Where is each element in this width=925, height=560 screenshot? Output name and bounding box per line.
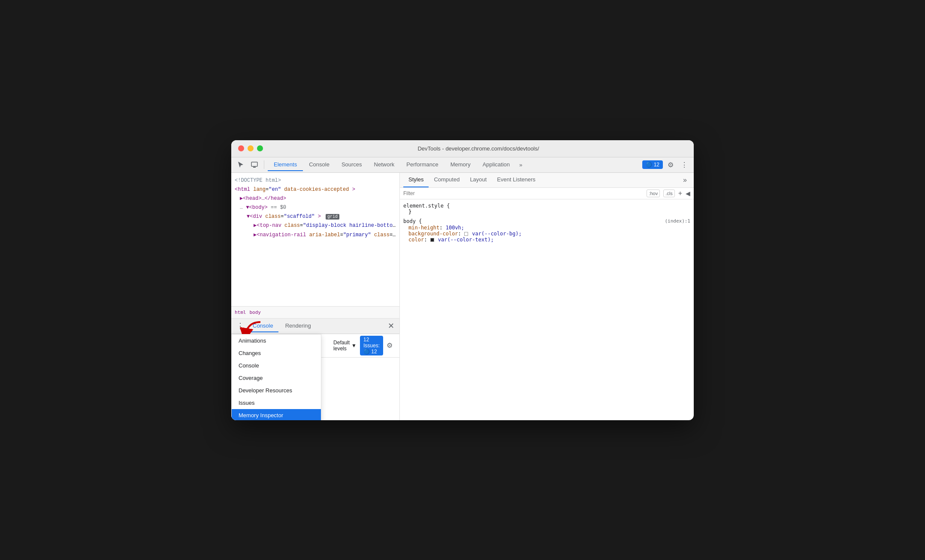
toolbar-right: 🔵 12 ⚙ ⋮ (642, 159, 690, 171)
bg-color-swatch[interactable] (464, 232, 468, 236)
issues-badge[interactable]: 🔵 12 (642, 160, 663, 169)
issues-count: 12 (654, 162, 659, 168)
styles-filter-bar: :hov .cls + ◀ (400, 188, 694, 199)
tab-console[interactable]: Console (303, 159, 336, 171)
body-selector[interactable]: body { (403, 218, 422, 225)
drawer-content-area: Animations Changes Console Coverage Deve… (231, 334, 399, 420)
html-line[interactable]: <html lang="en" data-cookies-accepted > (233, 185, 398, 194)
add-style-rule-button[interactable]: + (678, 190, 682, 197)
device-toggle-icon[interactable] (248, 159, 260, 171)
drawer-menu-button[interactable]: ⋮ (235, 321, 246, 331)
tab-elements[interactable]: Elements (268, 159, 303, 171)
breadcrumb: html body (231, 306, 399, 318)
styles-filter-input[interactable] (403, 190, 643, 196)
close-button[interactable] (238, 145, 244, 151)
body-rule-source[interactable]: (index):1 (665, 218, 690, 224)
svg-rect-0 (251, 162, 257, 166)
styles-more-tabs[interactable]: » (680, 173, 690, 187)
body-rule-header: body { (index):1 (403, 218, 690, 225)
tab-network[interactable]: Network (368, 159, 401, 171)
menu-item-animations[interactable]: Animations (232, 334, 321, 347)
minimize-button[interactable] (248, 145, 254, 151)
drawer-tab-rendering[interactable]: Rendering (280, 320, 316, 332)
top-nav-line[interactable]: ▶<top-nav class="display-block hairline-… (233, 221, 398, 230)
doctype-line[interactable]: <!DOCTYPE html> (233, 176, 398, 185)
tab-styles[interactable]: Styles (403, 173, 429, 187)
tab-application[interactable]: Application (477, 159, 516, 171)
drawer-panel: ⋮ Console Rendering ✕ Animations Changes… (231, 319, 399, 420)
styles-rules: element.style { } body { (index):1 (400, 199, 694, 420)
color-swatch[interactable] (430, 238, 434, 242)
scaffold-line[interactable]: ▼<div class="scaffold" > grid (233, 212, 398, 221)
issues-count-label: 12 Issues: 🔵 12 (363, 337, 380, 355)
nav-rail-line[interactable]: ▶<navigation-rail aria-label="primary" c… (233, 231, 398, 240)
devtools-panel: Elements Console Sources Network Perform… (231, 157, 694, 420)
main-tab-bar: Elements Console Sources Network Perform… (268, 159, 641, 171)
breadcrumb-html[interactable]: html (235, 310, 246, 315)
more-tabs-button[interactable]: » (516, 160, 526, 170)
body-style-rule: body { (index):1 min-height: 100vh; back… (403, 218, 690, 243)
settings-icon[interactable]: ⚙ (665, 159, 677, 171)
cursor-icon[interactable] (235, 159, 247, 171)
window-title: DevTools - developer.chrome.com/docs/dev… (270, 145, 687, 152)
tab-computed[interactable]: Computed (429, 173, 465, 187)
tab-sources[interactable]: Sources (336, 159, 368, 171)
more-options-icon[interactable]: ⋮ (678, 159, 690, 171)
traffic-lights (238, 145, 263, 151)
body-rule-properties: min-height: 100vh; background-color: var… (403, 225, 690, 243)
body-color[interactable]: color: var(--color-text); (408, 237, 690, 243)
tab-performance[interactable]: Performance (400, 159, 444, 171)
main-content: <!DOCTYPE html> <html lang="en" data-coo… (231, 173, 694, 420)
drawer-toolbar: ⋮ Console Rendering ✕ (231, 319, 399, 334)
maximize-button[interactable] (257, 145, 263, 151)
breadcrumb-body[interactable]: body (250, 310, 261, 315)
tab-event-listeners[interactable]: Event Listeners (492, 173, 541, 187)
head-line[interactable]: ▶<head>…</head> (233, 194, 398, 203)
body-line[interactable]: … ▼<body> == $0 (233, 203, 398, 212)
menu-item-coverage[interactable]: Coverage (232, 372, 321, 384)
menu-item-memory-inspector[interactable]: Memory Inspector (232, 409, 321, 420)
log-levels-dropdown[interactable]: Default levels ▼ (333, 340, 357, 352)
left-column: <!DOCTYPE html> <html lang="en" data-coo… (231, 173, 399, 420)
toggle-sidebar-button[interactable]: ◀ (686, 190, 690, 197)
main-toolbar: Elements Console Sources Network Perform… (231, 157, 694, 173)
devtools-window: DevTools - developer.chrome.com/docs/dev… (231, 140, 694, 420)
toolbar-divider (264, 160, 264, 169)
hov-button[interactable]: :hov (647, 190, 660, 197)
drawer-dropdown-menu[interactable]: Animations Changes Console Coverage Deve… (231, 334, 321, 420)
svg-rect-1 (253, 167, 256, 168)
styles-panel: Styles Computed Layout Event Listeners »… (399, 173, 694, 420)
styles-tab-bar: Styles Computed Layout Event Listeners » (400, 173, 694, 188)
menu-item-developer-resources[interactable]: Developer Resources (232, 384, 321, 397)
drawer-close-button[interactable]: ✕ (386, 321, 396, 331)
menu-item-changes[interactable]: Changes (232, 347, 321, 359)
issues-icon: 🔵 (646, 162, 652, 168)
issues-count-badge[interactable]: 12 Issues: 🔵 12 (360, 336, 383, 355)
tab-memory[interactable]: Memory (444, 159, 477, 171)
menu-item-issues[interactable]: Issues (232, 397, 321, 409)
elements-panel: <!DOCTYPE html> <html lang="en" data-coo… (231, 173, 399, 319)
body-background-color[interactable]: background-color: var(--color-bg); (408, 231, 690, 237)
menu-item-console[interactable]: Console (232, 359, 321, 372)
drawer-tab-console[interactable]: Console (248, 320, 278, 332)
titlebar: DevTools - developer.chrome.com/docs/dev… (231, 140, 694, 157)
dom-tree[interactable]: <!DOCTYPE html> <html lang="en" data-coo… (231, 173, 399, 306)
body-min-height[interactable]: min-height: 100vh; (408, 225, 690, 231)
console-drawer: ⋮ Console Rendering ✕ Animations Changes… (231, 319, 399, 420)
element-style-rule: element.style { } (403, 203, 690, 215)
chevron-down-icon: ▼ (351, 343, 357, 349)
console-controls: Default levels ▼ 12 Issues: 🔵 12 ⚙ (333, 336, 396, 355)
cls-button[interactable]: .cls (663, 190, 675, 197)
element-style-closing: } (403, 209, 690, 215)
console-settings-icon[interactable]: ⚙ (387, 341, 393, 349)
element-style-selector[interactable]: element.style { (403, 203, 690, 209)
tab-layout[interactable]: Layout (465, 173, 492, 187)
